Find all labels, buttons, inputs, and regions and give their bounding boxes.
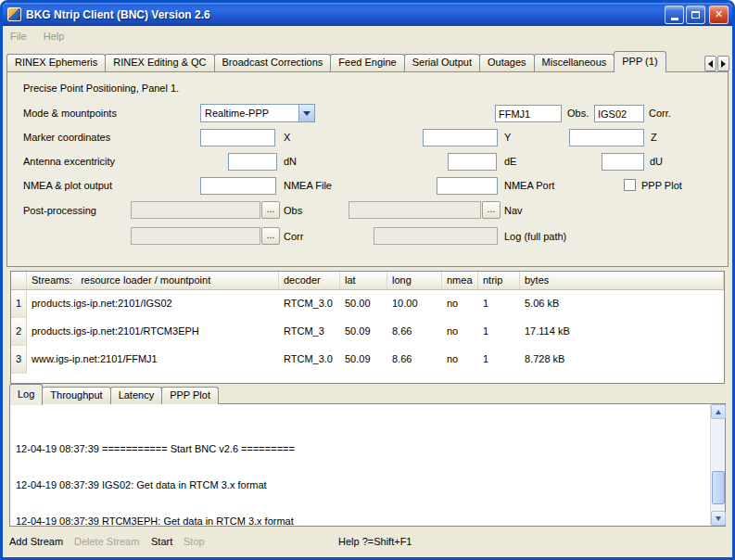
stream-row[interactable]: 3 www.igs-ip.net:2101/FFMJ1 RTCM_3.0 50.… (11, 346, 724, 374)
cell-mountpoint: products.igs-ip.net:2101/IGS02 (27, 290, 279, 318)
tab-broadcast-corrections[interactable]: Broadcast Corrections (214, 54, 332, 71)
cell-decoder: RTCM_3 (279, 318, 340, 346)
row-number: 2 (11, 318, 27, 346)
delete-stream-button: Delete Stream (74, 536, 139, 547)
tab-label: Log (18, 388, 34, 400)
ppp-plot-checkbox[interactable] (624, 179, 636, 191)
tab-latency[interactable]: Latency (110, 387, 163, 404)
col-nmea-header[interactable]: nmea (442, 272, 478, 290)
scrollbar-thumb[interactable] (712, 471, 725, 504)
cell-nmea: no (442, 346, 478, 374)
log-output[interactable]: 12-04-19 08:37:39 =========== Start BNC … (9, 403, 726, 527)
corr-label: Corr. (649, 108, 671, 120)
col-number-header[interactable] (11, 272, 27, 290)
bnc-window: BKG Ntrip Client (BNC) Version 2.6 ✕ Fil… (0, 0, 735, 560)
tab-throughput[interactable]: Throughput (42, 387, 110, 404)
stop-button: Stop (184, 536, 205, 547)
tab-label: RINEX Ephemeris (15, 57, 97, 68)
log-line: 12-04-19 08:37:39 RTCM3EPH: Get data in … (16, 515, 705, 525)
tab-label: RINEX Editing & QC (113, 57, 206, 68)
title-bar[interactable]: BKG Ntrip Client (BNC) Version 2.6 ✕ (3, 3, 732, 26)
menu-help[interactable]: Help (44, 31, 65, 42)
tab-label: Feed Engine (338, 57, 396, 68)
tab-rinex-ephemeris[interactable]: RINEX Ephemeris (6, 54, 106, 71)
row-number: 3 (11, 346, 27, 374)
tab-label: Outages (488, 57, 526, 68)
cell-mountpoint: products.igs-ip.net:2101/RTCM3EPH (27, 318, 279, 346)
cell-lat: 50.09 (340, 318, 387, 346)
postproc-nav-path-input (348, 201, 481, 219)
tab-feed-engine[interactable]: Feed Engine (330, 54, 404, 71)
add-stream-button[interactable]: Add Stream (9, 536, 63, 547)
postproc-log-path-input (374, 227, 498, 245)
antenna-de-input[interactable] (448, 153, 497, 171)
window-controls: ✕ (665, 6, 729, 24)
col-ntrip-header[interactable]: ntrip (478, 272, 520, 290)
ppp-panel: Precise Point Positioning, Panel 1. Mode… (6, 71, 729, 267)
nmea-file-input[interactable] (200, 177, 276, 195)
stream-row[interactable]: 1 products.igs-ip.net:2101/IGS02 RTCM_3.… (11, 290, 724, 318)
antenna-du-input[interactable] (602, 153, 644, 171)
tab-outages[interactable]: Outages (479, 54, 535, 71)
tab-miscellaneous[interactable]: Miscellaneous (534, 54, 615, 71)
cell-long: 8.66 (387, 318, 442, 346)
log-lines: 12-04-19 08:37:39 =========== Start BNC … (11, 404, 709, 525)
marker-z-input[interactable] (569, 129, 644, 146)
marker-coordinates-label: Marker coordinates (23, 132, 110, 144)
menu-file[interactable]: File (10, 31, 27, 42)
stream-row[interactable]: 2 products.igs-ip.net:2101/RTCM3EPH RTCM… (11, 318, 724, 346)
tab-label: Broadcast Corrections (222, 57, 323, 68)
browse-corr-button[interactable]: ... (261, 227, 280, 245)
cell-ntrip: 1 (478, 318, 520, 346)
tab-label: Latency (119, 389, 155, 401)
nmea-file-label: NMEA File (284, 180, 332, 192)
browse-nav-button[interactable]: ... (482, 201, 501, 219)
dn-label: dN (284, 156, 297, 168)
x-label: X (284, 132, 290, 144)
maximize-icon (691, 11, 700, 19)
antenna-dn-input[interactable] (228, 153, 277, 171)
nmea-port-input[interactable] (437, 177, 498, 195)
col-decoder-header[interactable]: decoder (279, 272, 340, 290)
marker-x-input[interactable] (200, 129, 275, 146)
tab-scroll-right-button[interactable] (717, 56, 729, 71)
minimize-button[interactable] (665, 6, 684, 24)
maximize-button[interactable] (686, 6, 705, 24)
browse-obs-button[interactable]: ... (261, 201, 280, 219)
corr-mountpoint-input[interactable] (594, 105, 644, 122)
col-mountpoint-header[interactable]: Streams: resource loader / mountpoint (27, 272, 279, 290)
tab-rinex-editing-qc[interactable]: RINEX Editing & QC (105, 54, 214, 71)
cell-decoder: RTCM_3.0 (279, 346, 340, 374)
marker-y-input[interactable] (423, 129, 498, 146)
log-scrollbar[interactable] (710, 404, 725, 526)
dropdown-arrow-icon[interactable] (298, 105, 314, 121)
tab-ppp-1[interactable]: PPP (1) (614, 51, 665, 72)
tab-ppp-plot[interactable]: PPP Plot (161, 387, 219, 404)
postproc-obs-path-input (131, 201, 260, 219)
antenna-excentricity-label: Antenna excentricity (23, 156, 115, 168)
obs-mountpoint-input[interactable] (495, 105, 562, 122)
tab-log[interactable]: Log (9, 384, 43, 405)
arrow-right-icon (721, 60, 726, 68)
mode-select[interactable]: Realtime-PPP (200, 104, 315, 122)
close-button[interactable]: ✕ (709, 6, 729, 24)
tab-serial-output[interactable]: Serial Output (404, 54, 480, 71)
scroll-down-button[interactable] (711, 511, 726, 526)
scroll-up-button[interactable] (711, 404, 726, 419)
col-long-header[interactable]: long (387, 272, 442, 290)
start-button[interactable]: Start (151, 536, 172, 547)
log-line: 12-04-19 08:37:39 =========== Start BNC … (16, 443, 705, 455)
log-line: 12-04-19 08:37:39 IGS02: Get data in RTC… (16, 479, 705, 491)
obs-label: Obs. (567, 108, 589, 120)
app-icon (7, 7, 21, 21)
row-number: 1 (11, 290, 27, 318)
panel-title: Precise Point Positioning, Panel 1. (23, 83, 179, 94)
y-label: Y (504, 132, 511, 144)
ppp-plot-label: PPP Plot (641, 180, 682, 192)
tab-scroll-left-button[interactable] (704, 56, 716, 71)
mode-select-value: Realtime-PPP (201, 105, 298, 121)
col-bytes-header[interactable]: bytes (520, 272, 724, 290)
tab-label: Serial Output (412, 57, 472, 68)
nmea-plot-output-label: NMEA & plot output (23, 180, 112, 192)
col-lat-header[interactable]: lat (340, 272, 387, 290)
